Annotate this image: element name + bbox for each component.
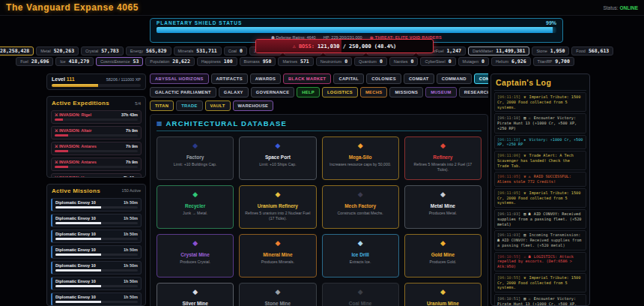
expedition-item[interactable]: ⚔INVASION: Altair 7h 9m — [51, 126, 142, 140]
nav-tab[interactable]: HELP — [297, 87, 320, 98]
resource-pill: Coal 0 — [224, 46, 247, 56]
building-card[interactable]: ◆ Stone Mine Produces Stone. — [239, 283, 316, 306]
log-entry-icon: ▤ ☗ — [523, 212, 530, 216]
missions-title: Active Missions — [52, 188, 100, 194]
nav-tab[interactable]: GALAXY — [219, 87, 249, 98]
boss-value: 121,030 / 250,000 (48.4%) — [318, 44, 396, 50]
nav-tab[interactable]: COLONIES — [366, 74, 401, 84]
log-entry: [06:11:10] ★ Victory: +1000 Cr, +500 XP,… — [494, 135, 586, 150]
building-name: Coal Mine — [323, 301, 398, 306]
building-description: Increases resource caps by 50,000. — [323, 162, 398, 167]
status-value: ONLINE — [619, 5, 638, 10]
mission-item[interactable]: Diplomatic Envoy 10 1h 50m — [51, 292, 142, 306]
building-card[interactable]: ◆ Factory Limit: +10 Buildings Cap. — [157, 136, 234, 180]
nav-tab[interactable]: TITAN — [150, 100, 174, 111]
nav-tab[interactable]: ARTIFACTS — [211, 74, 248, 84]
nav-tab[interactable]: AWARDS — [250, 74, 281, 84]
building-cube-icon: ◆ — [323, 142, 398, 149]
resource-label: Metal — [40, 49, 50, 53]
top-bar: The Vanguard Expanse 4065 Status: ONLINE — [0, 0, 644, 16]
log-entry: [06:11:06] ♛ Trade Alert: A Tech Scaveng… — [494, 151, 586, 170]
building-card[interactable]: ◆ Metal Mine Produces Metal. — [404, 185, 482, 229]
mission-name: Diplomatic Envoy 10 — [55, 216, 96, 220]
nav-tabs-row-2: GALACTIC PARLIAMENT GALAXY GOVERNANCE HE… — [150, 87, 488, 98]
nav-tab[interactable]: RESEARCH — [459, 87, 488, 98]
nav-tab[interactable]: LOGISTICS — [322, 87, 358, 98]
log-timestamp: [06:11:06] — [497, 153, 520, 158]
nav-tab[interactable]: MISSIONS — [389, 87, 423, 98]
log-timestamp: [06:10:55] — [497, 275, 520, 280]
building-card[interactable]: ◆ Gold Mine Produces Gold. — [404, 234, 482, 278]
building-cube-icon: ◆ — [323, 239, 398, 247]
building-card[interactable]: ◆ Mega-Silo Increases resource caps by 5… — [322, 136, 399, 180]
nav-tab[interactable]: CONSTRUCT — [474, 74, 488, 84]
building-card[interactable]: ◆ Recycler Junk → Metal. — [157, 185, 234, 229]
expedition-progress-track — [55, 134, 138, 136]
mission-item[interactable]: Diplomatic Envoy 10 1h 50m — [51, 230, 142, 243]
nav-tab[interactable]: VAULT — [205, 100, 231, 111]
nav-tab[interactable]: WAREHOUSE — [233, 100, 274, 111]
mission-item[interactable]: Diplomatic Envoy 10 1h 50m — [51, 198, 142, 212]
building-name: Uranium Mine — [405, 301, 481, 306]
resource-pill: Metal 520,263 — [36, 46, 79, 56]
nav-tab[interactable]: CAPITAL — [333, 74, 364, 84]
mission-item[interactable]: Diplomatic Envoy 10 1h 50m — [51, 214, 142, 227]
nav-tab[interactable]: BLACK MARKET — [283, 74, 331, 84]
nav-tab[interactable]: COMMAND — [437, 74, 472, 84]
mission-name: Diplomatic Envoy 10 — [55, 248, 96, 252]
resource-label: Neutronium — [321, 59, 341, 64]
nav-tab[interactable]: MECHS — [360, 87, 387, 98]
building-card[interactable]: ◆ Mineral Mine Produces Minerals. — [239, 234, 316, 278]
mission-item[interactable]: Diplomatic Envoy 10 1h 50m — [51, 245, 142, 259]
captains-log-title: Captain's Log — [494, 77, 586, 90]
nav-tab[interactable]: COMBAT — [404, 74, 434, 84]
mission-time: 1h 50m — [124, 295, 138, 299]
building-description: Refines 5 uranium into 2 Nuclear Fuel (1… — [240, 211, 315, 220]
mission-progress-track — [55, 222, 138, 224]
resource-value: 0 — [411, 58, 414, 64]
expedition-item[interactable]: ⚔INVASION: Antares 7h 9m — [51, 142, 142, 155]
mission-progress-track — [55, 285, 138, 287]
nav-tab[interactable]: ABYSSAL HORIZONS — [150, 74, 209, 84]
building-cube-icon: ◆ — [323, 190, 398, 198]
expedition-item[interactable]: ⚔INVASION: Rigel 37h 43m — [51, 110, 142, 124]
building-card[interactable]: ◆ Refinery Refines 5 Minerals into 2 Fue… — [404, 136, 482, 180]
building-card[interactable]: ◆ Space Port Limit: +10 Ships Cap. — [239, 136, 316, 180]
resource-pill: Nanites 0 — [389, 57, 419, 66]
building-name: Mineral Mine — [240, 252, 315, 257]
mission-progress-fill — [55, 301, 101, 303]
building-card[interactable]: ◆ Ice Drill Extracts Ice. — [322, 234, 399, 278]
building-card[interactable]: ◆ Uranium Refinery Refines 5 uranium int… — [239, 185, 316, 229]
building-card[interactable]: ◆ Uranium Mine Produces Uranium Ore. — [404, 283, 482, 306]
shield-progress-fill — [157, 27, 553, 33]
nav-tab[interactable]: GOVERNANCE — [251, 87, 295, 98]
log-entry: [06:10:55] ♛ Imperial Tribute: 1500 Cr, … — [494, 273, 586, 292]
mission-item[interactable]: Diplomatic Envoy 10 1h 50m — [51, 261, 142, 274]
nav-tab[interactable]: GALACTIC PARLIAMENT — [150, 87, 216, 98]
resource-pill: TitanRP 9,700 — [533, 57, 574, 66]
building-card[interactable]: ◆ Silver Mine Produces Silver. — [157, 283, 234, 306]
expedition-progress-fill — [55, 134, 68, 136]
log-timestamp: [06:11:15] — [497, 94, 520, 99]
expedition-item[interactable]: ⚔INVASION: Vega 7h 10m — [51, 173, 142, 178]
expedition-item[interactable]: ⚔INVASION: Antares 7h 9m — [51, 158, 142, 171]
log-entry: [06:11:15] ♛ Imperial Tribute: 1500 Cr, … — [494, 92, 586, 112]
left-sidebar: Level 111 58206 / 111000 XP Active Exped… — [46, 74, 146, 306]
expedition-name: INVASION: Antares — [59, 144, 97, 148]
log-entry-icon: ★ — [523, 137, 526, 142]
nav-tab[interactable]: TRADE — [176, 100, 202, 111]
building-card[interactable]: ◆ Crystal Mine Produces Crystal. — [157, 234, 234, 278]
building-card[interactable]: ◆ Mech Factory Constructs combat Mechs. — [322, 185, 399, 229]
building-card[interactable]: ◆ Coal Mine Produces Coal. — [322, 283, 399, 306]
building-description: Limit: +10 Buildings Cap. — [157, 162, 233, 167]
mission-time: 1h 50m — [124, 248, 138, 252]
resource-value: 9,700 — [555, 58, 570, 64]
nav-tabs-row-3: TITAN TRADE VAULT WAREHOUSE — [150, 100, 488, 111]
expedition-time: 7h 9m — [126, 160, 138, 164]
mission-item[interactable]: Diplomatic Envoy 10 1h 50m — [51, 277, 142, 290]
game-root: The Vanguard Expanse 4065 Status: ONLINE… — [0, 0, 644, 306]
log-timestamp: [06:11:10] — [497, 116, 520, 120]
mission-progress-track — [55, 238, 138, 240]
nav-tab[interactable]: MUSEUM — [425, 87, 457, 98]
building-name: Silver Mine — [157, 301, 233, 306]
